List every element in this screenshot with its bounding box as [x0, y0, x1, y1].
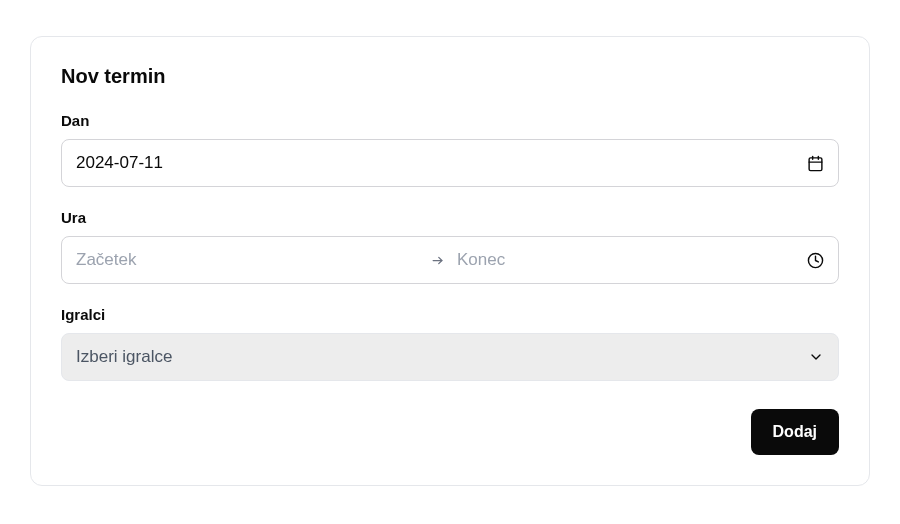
players-field-group: Igralci Izberi igralce	[61, 306, 839, 381]
svg-rect-0	[809, 157, 822, 170]
time-input-wrap[interactable]	[61, 236, 839, 284]
card-title: Nov termin	[61, 65, 839, 88]
players-select[interactable]: Izberi igralce	[61, 333, 839, 381]
day-input[interactable]	[76, 140, 799, 186]
submit-button[interactable]: Dodaj	[751, 409, 839, 455]
day-field-group: Dan	[61, 112, 839, 187]
card-footer: Dodaj	[61, 409, 839, 455]
players-select-placeholder: Izberi igralce	[76, 347, 172, 367]
time-label: Ura	[61, 209, 839, 226]
time-end-input[interactable]	[457, 237, 799, 283]
time-start-input[interactable]	[76, 237, 418, 283]
arrow-right-icon	[430, 253, 445, 268]
new-appointment-card: Nov termin Dan Ura	[30, 36, 870, 486]
day-input-wrap[interactable]	[61, 139, 839, 187]
time-field-group: Ura	[61, 209, 839, 284]
chevron-down-icon	[808, 349, 824, 365]
clock-icon	[807, 252, 824, 269]
players-label: Igralci	[61, 306, 839, 323]
calendar-icon	[807, 155, 824, 172]
day-label: Dan	[61, 112, 839, 129]
